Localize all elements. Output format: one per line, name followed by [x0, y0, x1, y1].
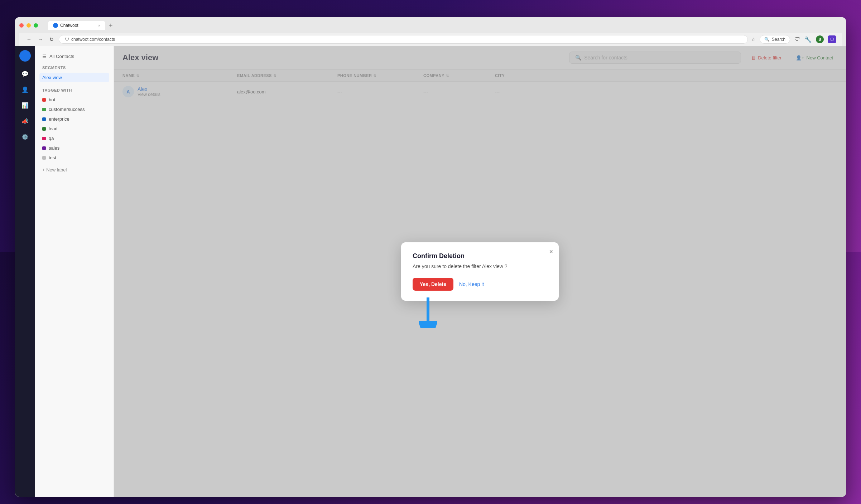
segments-section-title: Segments: [39, 66, 109, 70]
label-item-qa[interactable]: qa: [39, 134, 109, 143]
label-name-qa: qa: [49, 136, 54, 141]
tabs-row: Chatwoot × +: [48, 21, 115, 30]
label-name-enterprice: enterprice: [49, 116, 69, 122]
segment-alex-view[interactable]: Alex view: [39, 73, 109, 82]
tagged-with-title: Tagged with: [39, 88, 109, 92]
confirm-deletion-modal: × Confirm Deletion Are you sure to delet…: [401, 242, 430, 252]
label-item-lead[interactable]: lead: [39, 124, 109, 133]
app-logo: [19, 50, 31, 62]
traffic-light-green[interactable]: [34, 23, 38, 28]
address-bar: ← → ↻ 🛡 chatwoot.com/contacts ☆ 🔍 Search…: [19, 33, 430, 46]
label-item-enterprice[interactable]: enterprice: [39, 115, 109, 123]
tab-favicon: [53, 23, 58, 28]
label-name-customersuccess: customersuccess: [49, 107, 85, 112]
shield-icon: 🛡: [65, 37, 69, 42]
label-dot-sales: [42, 146, 46, 150]
all-contacts-link[interactable]: ☰ All Contacts: [39, 52, 109, 61]
label-dot-lead: [42, 127, 46, 131]
modal-overlay: × Confirm Deletion Are you sure to delet…: [114, 46, 430, 252]
label-dot-customersuccess: [42, 108, 46, 111]
label-dot-enterprice: [42, 117, 46, 121]
tab-label: Chatwoot: [60, 23, 78, 28]
nav-icon-settings[interactable]: ⚙️: [19, 130, 32, 143]
forward-button[interactable]: →: [37, 36, 44, 43]
label-name-lead: lead: [49, 126, 58, 131]
back-button[interactable]: ←: [25, 36, 33, 43]
nav-icon-conversations[interactable]: 💬: [19, 67, 32, 80]
refresh-button[interactable]: ↻: [48, 36, 55, 43]
tab-close-icon[interactable]: ×: [98, 23, 100, 28]
label-name-bot: bot: [49, 97, 55, 102]
label-dot-test: [42, 156, 46, 160]
label-item-bot[interactable]: bot: [39, 95, 109, 104]
all-contacts-label: All Contacts: [49, 54, 74, 59]
nav-icon-campaigns[interactable]: 📣: [19, 115, 32, 127]
traffic-light-yellow[interactable]: [27, 23, 31, 28]
address-field[interactable]: 🛡 chatwoot.com/contacts: [59, 35, 430, 44]
contacts-icon: ☰: [42, 54, 47, 59]
nav-icon-contacts[interactable]: 👤: [19, 83, 32, 96]
app-content: 💬 👤 📊 📣 ⚙️ ☰ All Contacts Segments Alex …: [15, 46, 430, 252]
label-item-customersuccess[interactable]: customersuccess: [39, 105, 109, 114]
modal-container: × Confirm Deletion Are you sure to delet…: [401, 242, 430, 252]
address-text: chatwoot.com/contacts: [71, 37, 115, 42]
new-label-button[interactable]: + New label: [39, 165, 109, 175]
label-item-test[interactable]: test: [39, 153, 109, 162]
browser-controls: Chatwoot × +: [19, 21, 430, 30]
nav-icon-reports[interactable]: 📊: [19, 99, 32, 112]
traffic-light-red[interactable]: [19, 23, 24, 28]
label-name-sales: sales: [49, 145, 59, 151]
label-dot-qa: [42, 137, 46, 140]
label-item-sales[interactable]: sales: [39, 144, 109, 152]
label-name-test: test: [49, 155, 56, 160]
label-dot-bot: [42, 98, 46, 102]
new-tab-button[interactable]: +: [107, 21, 115, 30]
icon-sidebar: 💬 👤 📊 📣 ⚙️: [15, 46, 35, 252]
main-content: Alex view 🔍 Search for contacts 🗑 Delete…: [114, 46, 430, 252]
tagged-section: Tagged with bot customersuccess enterpri…: [39, 88, 109, 175]
browser-chrome: Chatwoot × + ← → ↻ 🛡 chatwoot.com/contac…: [15, 17, 430, 46]
left-panel: ☰ All Contacts Segments Alex view Tagged…: [35, 46, 114, 252]
browser-tab[interactable]: Chatwoot ×: [48, 21, 105, 30]
